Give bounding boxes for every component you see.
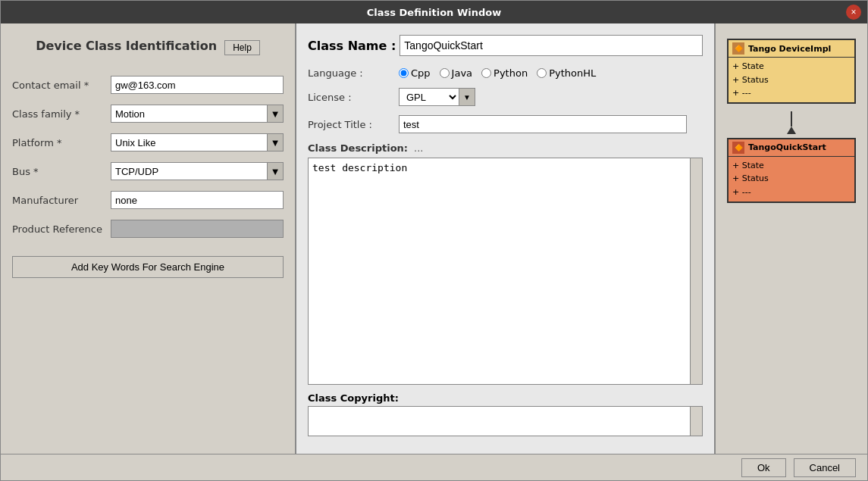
- class-family-select-wrapper: Motion Other ▼: [111, 105, 284, 123]
- product-ref-row: Product Reference: [12, 220, 284, 238]
- window-title: Class Definition Window: [367, 7, 501, 18]
- language-python-radio[interactable]: [481, 68, 491, 78]
- uml-parent-body: + State + Status + ---: [729, 58, 854, 102]
- class-description-wrapper: test description: [308, 158, 703, 385]
- uml-child-item-2: + Status: [732, 172, 851, 186]
- license-wrapper: GPL LGPL MIT Apache ▼: [399, 88, 475, 106]
- product-ref-input[interactable]: [111, 220, 284, 238]
- add-keywords-button[interactable]: Add Key Words For Search Engine: [12, 256, 284, 278]
- panel-title: Device Class Identification: [36, 39, 217, 53]
- right-panel: Class Name : Language : Cpp Java Python: [296, 23, 716, 454]
- uml-child-item-3: + ---: [732, 186, 851, 199]
- contact-email-label: Contact email *: [12, 80, 111, 91]
- language-java-radio[interactable]: [440, 68, 450, 78]
- product-ref-label: Product Reference: [12, 223, 111, 235]
- uml-child-item-1: + State: [732, 159, 851, 173]
- uml-parent-box: 🔶 Tango DeviceImpl + State + Status + --…: [727, 39, 856, 104]
- language-row: Language : Cpp Java Python PythonHL: [308, 67, 703, 79]
- platform-select[interactable]: Unix Like Windows All: [111, 133, 284, 151]
- platform-label: Platform *: [12, 137, 111, 148]
- project-title-label: Project Title :: [308, 119, 399, 130]
- contact-email-row: Contact email *: [12, 76, 284, 94]
- uml-parent-icon: 🔶: [732, 42, 744, 55]
- class-description-textarea[interactable]: test description: [309, 158, 702, 384]
- license-dropdown-button[interactable]: ▼: [459, 88, 475, 106]
- uml-arrow: [787, 111, 796, 134]
- uml-parent-item-3: + ---: [732, 86, 851, 100]
- language-cpp-radio[interactable]: [399, 68, 409, 78]
- uml-parent-item-2: + Status: [732, 73, 851, 87]
- language-pythonhl-radio[interactable]: [537, 68, 547, 78]
- platform-row: Platform * Unix Like Windows All ▼: [12, 133, 284, 151]
- language-radio-group: Cpp Java Python PythonHL: [399, 67, 596, 79]
- class-name-input[interactable]: [400, 35, 703, 56]
- ok-button[interactable]: Ok: [741, 458, 786, 477]
- arrow-head: [787, 126, 796, 134]
- main-window: Class Definition Window × Device Class I…: [0, 0, 868, 481]
- language-java[interactable]: Java: [440, 67, 472, 79]
- left-panel: Device Class Identification Help Contact…: [1, 23, 296, 454]
- platform-select-wrapper: Unix Like Windows All ▼: [111, 133, 284, 151]
- class-family-select[interactable]: Motion Other: [111, 105, 284, 123]
- cancel-button[interactable]: Cancel: [794, 458, 856, 477]
- help-button[interactable]: Help: [224, 40, 260, 55]
- uml-child-header: 🔶 TangoQuickStart: [729, 139, 854, 157]
- project-title-input[interactable]: [399, 115, 687, 133]
- class-name-label: Class Name :: [308, 39, 396, 53]
- class-description-edit-link[interactable]: ...: [414, 142, 423, 154]
- arrow-line: [791, 111, 792, 126]
- project-title-row: Project Title :: [308, 115, 703, 133]
- description-scrollbar[interactable]: [690, 158, 702, 384]
- copyright-row: Class Copyright:: [308, 392, 703, 436]
- license-select[interactable]: GPL LGPL MIT Apache: [399, 88, 459, 106]
- manufacturer-label: Manufacturer: [12, 195, 111, 206]
- titlebar: Class Definition Window ×: [1, 1, 867, 23]
- license-label: License :: [308, 92, 399, 103]
- panel-header: Device Class Identification Help: [12, 39, 284, 57]
- bus-row: Bus * TCP/UDP Serial USB ▼: [12, 162, 284, 180]
- close-button[interactable]: ×: [846, 5, 861, 20]
- manufacturer-input[interactable]: [111, 191, 284, 209]
- language-python[interactable]: Python: [481, 67, 528, 79]
- contact-email-input[interactable]: [111, 76, 284, 94]
- bus-select[interactable]: TCP/UDP Serial USB: [111, 162, 284, 180]
- uml-parent-header: 🔶 Tango DeviceImpl: [729, 40, 854, 58]
- copyright-label: Class Copyright:: [308, 392, 399, 404]
- class-name-row: Class Name :: [308, 35, 703, 56]
- bus-select-wrapper: TCP/UDP Serial USB ▼: [111, 162, 284, 180]
- bus-label: Bus *: [12, 166, 111, 177]
- main-content: Device Class Identification Help Contact…: [1, 23, 867, 454]
- class-family-row: Class family * Motion Other ▼: [12, 105, 284, 123]
- class-family-label: Class family *: [12, 108, 111, 120]
- language-cpp[interactable]: Cpp: [399, 67, 431, 79]
- manufacturer-row: Manufacturer: [12, 191, 284, 209]
- uml-child-icon: 🔶: [732, 142, 744, 154]
- uml-parent-title: Tango DeviceImpl: [748, 44, 831, 54]
- class-description-label: Class Description:: [308, 142, 408, 154]
- language-pythonhl[interactable]: PythonHL: [537, 67, 596, 79]
- uml-parent-item-1: + State: [732, 60, 851, 73]
- uml-child-box: 🔶 TangoQuickStart + State + Status + ---: [727, 138, 856, 203]
- uml-child-title: TangoQuickStart: [748, 142, 826, 152]
- language-label: Language :: [308, 67, 399, 79]
- bottom-bar: Ok Cancel: [1, 454, 867, 480]
- copyright-scrollbar[interactable]: [690, 407, 702, 436]
- uml-child-body: + State + Status + ---: [729, 157, 854, 201]
- diagram-panel: 🔶 Tango DeviceImpl + State + Status + --…: [716, 23, 867, 454]
- class-description-label-row: Class Description: ...: [308, 142, 703, 154]
- license-row: License : GPL LGPL MIT Apache ▼: [308, 88, 703, 106]
